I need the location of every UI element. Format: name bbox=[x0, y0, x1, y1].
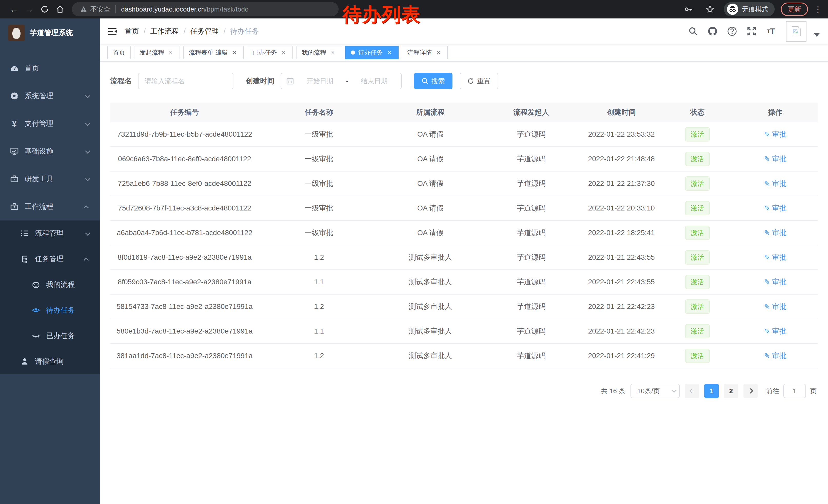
fullscreen-icon[interactable] bbox=[743, 21, 760, 42]
browser-forward-icon[interactable]: → bbox=[22, 2, 37, 17]
active-dot bbox=[351, 50, 355, 55]
approve-link[interactable]: ✎审批 bbox=[764, 130, 786, 139]
tree-icon bbox=[20, 255, 29, 263]
table-row: 725a1eb6-7b88-11ec-8ef0-acde48001122一级审批… bbox=[110, 171, 818, 196]
sidebar-item-todo-tasks[interactable]: 待办任务 bbox=[0, 297, 100, 323]
approve-link[interactable]: ✎审批 bbox=[764, 326, 786, 336]
browser-reload-icon[interactable] bbox=[37, 2, 52, 17]
incognito-icon bbox=[727, 4, 738, 15]
security-label[interactable]: 不安全 bbox=[90, 5, 110, 14]
breadcrumb-home[interactable]: 首页 bbox=[125, 27, 139, 36]
tab-start-process[interactable]: 发起流程× bbox=[134, 46, 180, 59]
table-header-row: 任务编号 任务名称 所属流程 流程发起人 创建时间 状态 操作 bbox=[110, 102, 818, 122]
table-row: 069c6a63-7b8a-11ec-8ef0-acde48001122一级审批… bbox=[110, 147, 818, 171]
close-icon[interactable]: × bbox=[435, 49, 442, 56]
tab-done-tasks[interactable]: 已办任务× bbox=[247, 46, 293, 59]
page-button-2[interactable]: 2 bbox=[724, 384, 738, 398]
col-header-starter: 流程发起人 bbox=[482, 102, 581, 122]
breadcrumb: 首页 / 工作流程 / 任务管理 / 待办任务 bbox=[125, 27, 259, 36]
goto-label: 前往 bbox=[766, 386, 779, 396]
sidebar-item-workflow[interactable]: 工作流程 bbox=[0, 193, 100, 221]
process-name-input[interactable] bbox=[145, 77, 227, 85]
page-content: 流程名 创建时间 开始日期 - 结束日期 搜索 重置 bbox=[100, 61, 828, 504]
edit-icon: ✎ bbox=[764, 303, 770, 311]
end-date-placeholder[interactable]: 结束日期 bbox=[352, 77, 396, 86]
approve-link[interactable]: ✎审批 bbox=[764, 228, 786, 238]
table-row: 8f059c03-7ac8-11ec-a9e2-a2380e71991a1.1测… bbox=[110, 270, 818, 294]
approve-link[interactable]: ✎审批 bbox=[764, 203, 786, 213]
close-icon[interactable]: × bbox=[329, 49, 336, 56]
page-size-select[interactable]: 10条/页 bbox=[630, 384, 680, 398]
sidebar-item-payment[interactable]: ¥ 支付管理 bbox=[0, 110, 100, 137]
search-icon[interactable] bbox=[685, 21, 702, 42]
user-avatar[interactable] bbox=[786, 21, 806, 42]
tab-todo-tasks[interactable]: 待办任务× bbox=[345, 46, 399, 59]
reset-button[interactable]: 重置 bbox=[460, 73, 498, 89]
close-icon[interactable]: × bbox=[167, 49, 174, 56]
edit-icon: ✎ bbox=[764, 229, 770, 237]
help-icon[interactable] bbox=[723, 21, 741, 42]
not-secure-warning-icon bbox=[80, 6, 87, 12]
sidebar-item-task-mgmt[interactable]: 任务管理 bbox=[0, 246, 100, 272]
browser-menu-icon[interactable]: ⋮ bbox=[814, 5, 822, 14]
table-row: 580e1b3d-7ac8-11ec-a9e2-a2380e71991a1.1测… bbox=[110, 319, 818, 343]
col-header-process: 所属流程 bbox=[379, 102, 482, 122]
tab-process-detail[interactable]: 流程详情× bbox=[402, 46, 448, 59]
tab-my-process[interactable]: 我的流程× bbox=[296, 46, 342, 59]
sidebar-item-devtools[interactable]: 研发工具 bbox=[0, 165, 100, 193]
sidebar-item-my-process[interactable]: 我的流程 bbox=[0, 272, 100, 297]
status-badge: 激活 bbox=[685, 300, 710, 314]
breadcrumb-l1[interactable]: 工作流程 bbox=[150, 27, 179, 36]
range-separator: - bbox=[346, 77, 348, 85]
goto-page-input[interactable] bbox=[783, 384, 806, 398]
approve-link[interactable]: ✎审批 bbox=[764, 179, 786, 188]
password-key-icon[interactable] bbox=[681, 2, 696, 17]
sidebar-item-system[interactable]: 系统管理 bbox=[0, 82, 100, 110]
edit-icon: ✎ bbox=[764, 352, 770, 360]
sidebar-collapse-icon[interactable] bbox=[100, 18, 125, 44]
sidebar-item-leave-query[interactable]: 请假查询 bbox=[0, 349, 100, 374]
create-time-label: 创建时间 bbox=[246, 76, 275, 86]
incognito-label: 无痕模式 bbox=[742, 5, 769, 14]
sidebar-item-home[interactable]: 首页 bbox=[0, 54, 100, 82]
font-size-icon[interactable]: TT bbox=[762, 21, 780, 42]
browser-back-icon[interactable]: ← bbox=[6, 2, 22, 17]
status-badge: 激活 bbox=[685, 176, 710, 191]
close-icon[interactable]: × bbox=[280, 49, 287, 56]
date-range-picker[interactable]: 开始日期 - 结束日期 bbox=[281, 73, 402, 89]
col-header-operation: 操作 bbox=[733, 102, 818, 122]
address-bar[interactable]: 不安全 dashboard.yudao.iocoder.cn/bpm/task/… bbox=[72, 2, 339, 16]
approve-link[interactable]: ✎审批 bbox=[764, 253, 786, 262]
sidebar-item-done-tasks[interactable]: 已办任务 bbox=[0, 323, 100, 349]
page-button-1[interactable]: 1 bbox=[704, 384, 719, 398]
close-icon[interactable]: × bbox=[386, 49, 393, 56]
table-row: 381aa1dd-7ac8-11ec-a9e2-a2380e71991a1.2测… bbox=[110, 343, 818, 368]
app-logo[interactable]: 芋道管理系统 bbox=[0, 18, 100, 47]
chevron-up-icon bbox=[84, 258, 89, 263]
approve-link[interactable]: ✎审批 bbox=[764, 351, 786, 361]
prev-page-button[interactable] bbox=[685, 384, 699, 398]
chevron-down-icon bbox=[85, 230, 90, 236]
search-button[interactable]: 搜索 bbox=[414, 73, 452, 89]
github-icon[interactable] bbox=[704, 21, 721, 42]
avatar-caret-icon[interactable] bbox=[814, 33, 820, 37]
approve-link[interactable]: ✎审批 bbox=[764, 154, 786, 164]
breadcrumb-l2[interactable]: 任务管理 bbox=[190, 27, 219, 36]
yen-icon: ¥ bbox=[10, 120, 18, 128]
next-page-button[interactable] bbox=[743, 384, 758, 398]
update-button[interactable]: 更新 bbox=[781, 3, 808, 16]
approve-link[interactable]: ✎审批 bbox=[764, 302, 786, 312]
sidebar-item-infra[interactable]: 基础设施 bbox=[0, 137, 100, 165]
browser-home-icon[interactable] bbox=[52, 2, 68, 17]
approve-link[interactable]: ✎审批 bbox=[764, 277, 786, 287]
chevron-down-icon bbox=[671, 387, 677, 393]
tab-form-edit[interactable]: 流程表单-编辑× bbox=[183, 46, 244, 59]
dashboard-icon bbox=[10, 64, 18, 72]
status-badge: 激活 bbox=[685, 349, 710, 363]
start-date-placeholder[interactable]: 开始日期 bbox=[298, 77, 342, 86]
sidebar-item-process-mgmt[interactable]: 流程管理 bbox=[0, 221, 100, 246]
tab-home[interactable]: 首页 bbox=[107, 46, 131, 59]
close-icon[interactable]: × bbox=[231, 49, 238, 56]
bookmark-star-icon[interactable] bbox=[702, 2, 718, 17]
status-badge: 激活 bbox=[685, 127, 710, 141]
